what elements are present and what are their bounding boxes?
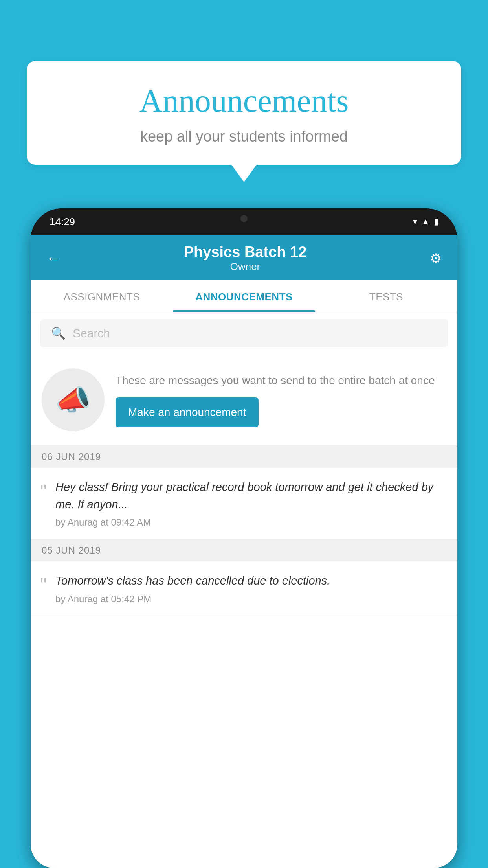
back-button[interactable]: ←: [46, 250, 61, 267]
search-icon: 🔍: [51, 326, 66, 340]
announcement-text-1: Hey class! Bring your practical record b…: [55, 479, 446, 528]
make-announcement-button[interactable]: Make an announcement: [116, 397, 259, 427]
search-placeholder: Search: [73, 327, 110, 340]
tabs-bar: ASSIGNMENTS ANNOUNCEMENTS TESTS: [31, 280, 457, 312]
speech-bubble-tail: [231, 165, 257, 182]
megaphone-circle: 📣: [42, 368, 105, 431]
search-container: 🔍 Search: [31, 312, 457, 354]
signal-icon: ▲: [421, 217, 430, 227]
phone-frame: 14:29 ▾ ▲ ▮ ← Physics Batch 12 Owner ⚙ A…: [31, 208, 457, 868]
empty-state-desc: These are messages you want to send to t…: [116, 372, 446, 389]
announcement-msg-2: Tomorrow's class has been cancelled due …: [55, 572, 446, 590]
announcement-item-1[interactable]: " Hey class! Bring your practical record…: [31, 468, 457, 539]
speech-bubble-container: Announcements keep all your students inf…: [27, 61, 461, 182]
tab-tests[interactable]: TESTS: [315, 280, 457, 312]
batch-title: Physics Batch 12: [184, 244, 307, 261]
phone-notch: [213, 208, 275, 229]
empty-state-text: These are messages you want to send to t…: [116, 372, 446, 427]
camera: [240, 215, 248, 222]
date-separator-1: 06 JUN 2019: [31, 446, 457, 468]
announcement-by-2: by Anurag at 05:42 PM: [55, 594, 446, 605]
phone-time: 14:29: [50, 216, 75, 228]
quote-icon-2: ": [40, 572, 47, 594]
batch-role: Owner: [184, 261, 307, 273]
bubble-subtitle: keep all your students informed: [50, 128, 438, 145]
announcement-msg-1: Hey class! Bring your practical record b…: [55, 479, 446, 513]
tab-announcements[interactable]: ANNOUNCEMENTS: [173, 280, 315, 312]
status-bar: 14:29 ▾ ▲ ▮: [31, 208, 457, 235]
announcement-by-1: by Anurag at 09:42 AM: [55, 517, 446, 528]
announcement-text-2: Tomorrow's class has been cancelled due …: [55, 572, 446, 605]
empty-state: 📣 These are messages you want to send to…: [31, 354, 457, 446]
battery-icon: ▮: [434, 217, 438, 227]
settings-button[interactable]: ⚙: [430, 250, 442, 266]
wifi-icon: ▾: [413, 217, 417, 227]
announcement-item-2[interactable]: " Tomorrow's class has been cancelled du…: [31, 561, 457, 616]
app-content: ← Physics Batch 12 Owner ⚙ ASSIGNMENTS A…: [31, 235, 457, 868]
megaphone-icon: 📣: [55, 383, 91, 417]
speech-bubble: Announcements keep all your students inf…: [27, 61, 461, 165]
app-bar: ← Physics Batch 12 Owner ⚙: [31, 235, 457, 280]
status-icons: ▾ ▲ ▮: [413, 217, 438, 227]
search-bar[interactable]: 🔍 Search: [40, 319, 448, 347]
quote-icon-1: ": [40, 479, 47, 501]
announcements-list: 06 JUN 2019 " Hey class! Bring your prac…: [31, 446, 457, 868]
tab-assignments[interactable]: ASSIGNMENTS: [31, 280, 173, 312]
app-bar-center: Physics Batch 12 Owner: [184, 244, 307, 273]
bubble-title: Announcements: [50, 83, 438, 120]
date-separator-2: 05 JUN 2019: [31, 539, 457, 561]
